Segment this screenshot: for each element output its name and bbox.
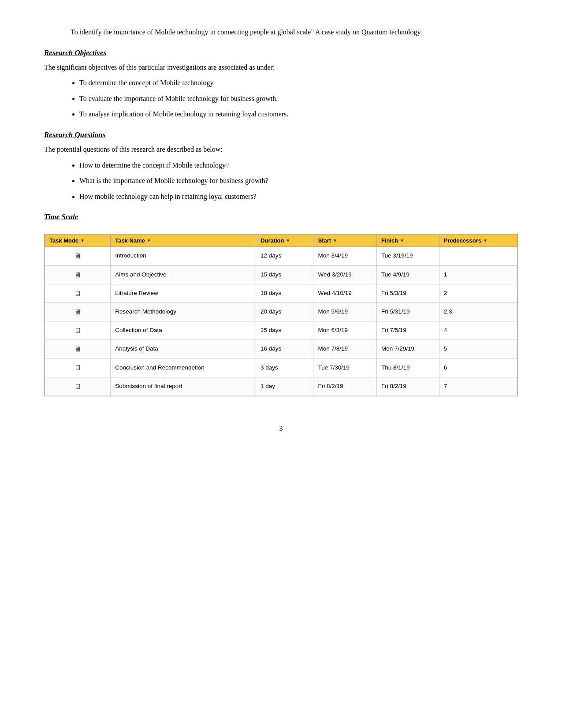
table-row: 🖥Conclusion and Recommendetion3 daysTue … (45, 358, 517, 377)
cell-duration: 15 days (256, 265, 313, 284)
col-header-task-mode[interactable]: Task Mode ▼ (45, 235, 111, 247)
cell-task-name: Collection of Data (111, 321, 256, 340)
cell-predecessors (439, 247, 517, 265)
cell-task-name: Conclusion and Recommendetion (111, 358, 256, 377)
col-duration-label: Duration (261, 237, 284, 244)
cell-task-name: Litrature Review (111, 284, 256, 302)
cell-task-mode: 🖥 (45, 265, 111, 284)
task-mode-icon: 🖥 (74, 271, 81, 279)
time-scale-table-wrapper: Task Mode ▼ Task Name ▼ Duration ▼ (44, 234, 518, 396)
cell-finish: Fri 8/2/19 (376, 377, 439, 396)
table-row: 🖥Introduction12 daysMon 3/4/19Tue 3/19/1… (45, 247, 517, 265)
cell-task-mode: 🖥 (45, 358, 111, 377)
col-finish-label: Finish (381, 237, 398, 244)
col-predecessors-label: Predecessors (444, 237, 481, 244)
col-header-predecessors[interactable]: Predecessors ▼ (439, 235, 517, 247)
time-scale-table: Task Mode ▼ Task Name ▼ Duration ▼ (45, 234, 517, 396)
time-scale-heading: Time Scale (44, 213, 518, 221)
intro-paragraph: To identify the importance of Mobile tec… (44, 26, 518, 38)
cell-finish: Tue 3/19/19 (376, 247, 439, 265)
task-mode-icon: 🖥 (74, 327, 81, 334)
cell-task-name: Submission of final report (111, 377, 256, 396)
cell-predecessors: 2 (439, 284, 517, 302)
cell-start: Mon 6/3/19 (313, 321, 377, 340)
research-questions-description: The potential questions of this research… (44, 144, 518, 155)
table-row: 🖥Aims and Objective15 daysWed 3/20/19Tue… (45, 265, 517, 284)
cell-task-name: Aims and Objective (111, 265, 256, 284)
col-header-duration[interactable]: Duration ▼ (256, 235, 313, 247)
cell-duration: 25 days (256, 321, 313, 340)
col-start-dropdown-icon[interactable]: ▼ (333, 238, 337, 243)
cell-start: Wed 4/10/19 (313, 284, 377, 302)
table-row: 🖥Litrature Review18 daysWed 4/10/19Fri 5… (45, 284, 517, 302)
cell-predecessors: 7 (439, 377, 517, 396)
research-objectives-description: The significant objectives of this parti… (44, 62, 518, 73)
cell-task-mode: 🖥 (45, 340, 111, 358)
cell-finish: Fri 5/3/19 (376, 284, 439, 302)
table-row: 🖥Research Methodology20 daysMon 5/6/19Fr… (45, 302, 517, 321)
cell-task-mode: 🖥 (45, 377, 111, 396)
col-header-task-name[interactable]: Task Name ▼ (111, 235, 256, 247)
list-item: How mobile technology can help in retain… (79, 191, 518, 202)
cell-predecessors: 4 (439, 321, 517, 340)
cell-task-name: Introduction (111, 247, 256, 265)
research-objectives-heading: Research Objectives (44, 49, 518, 57)
cell-task-mode: 🖥 (45, 302, 111, 321)
col-duration-dropdown-icon[interactable]: ▼ (286, 238, 290, 243)
cell-predecessors: 6 (439, 358, 517, 377)
list-item: To evaluate the importance of Mobile tec… (79, 93, 518, 105)
table-row: 🖥Collection of Data25 daysMon 6/3/19Fri … (45, 321, 517, 340)
col-task-name-dropdown-icon[interactable]: ▼ (147, 238, 151, 243)
cell-task-mode: 🖥 (45, 247, 111, 265)
cell-start: Wed 3/20/19 (313, 265, 377, 284)
col-finish-dropdown-icon[interactable]: ▼ (400, 238, 404, 243)
list-item: To analyse implication of Mobile technol… (79, 108, 518, 120)
col-task-name-label: Task Name (115, 237, 145, 244)
list-item: What is the importance of Mobile technol… (79, 175, 518, 187)
cell-finish: Tue 4/9/19 (376, 265, 439, 284)
table-row: 🖥Submission of final report1 dayFri 8/2/… (45, 377, 517, 396)
cell-start: Mon 7/8/19 (313, 340, 377, 358)
task-mode-icon: 🖥 (74, 383, 81, 390)
col-task-mode-label: Task Mode (49, 237, 78, 244)
page-number: 3 (44, 425, 518, 433)
research-questions-heading: Research Questions (44, 131, 518, 139)
cell-predecessors: 5 (439, 340, 517, 358)
task-mode-icon: 🖥 (74, 345, 81, 353)
col-start-label: Start (318, 237, 331, 244)
cell-predecessors: 1 (439, 265, 517, 284)
table-row: 🖥Analysis of Data16 daysMon 7/8/19Mon 7/… (45, 340, 517, 358)
col-header-start[interactable]: Start ▼ (313, 235, 377, 247)
cell-task-name: Analysis of Data (111, 340, 256, 358)
cell-start: Fri 8/2/19 (313, 377, 377, 396)
cell-task-mode: 🖥 (45, 321, 111, 340)
col-header-finish[interactable]: Finish ▼ (376, 235, 439, 247)
research-objectives-list: To determine the concept of Mobile techn… (79, 77, 518, 120)
cell-duration: 18 days (256, 284, 313, 302)
task-mode-icon: 🖥 (74, 364, 81, 371)
research-questions-list: How to determine the concept if Mobile t… (79, 160, 518, 202)
cell-task-mode: 🖥 (45, 284, 111, 302)
cell-predecessors: 2,3 (439, 302, 517, 321)
task-mode-icon: 🖥 (74, 290, 81, 297)
cell-finish: Fri 7/5/19 (376, 321, 439, 340)
cell-duration: 12 days (256, 247, 313, 265)
col-task-mode-dropdown-icon[interactable]: ▼ (80, 238, 85, 243)
cell-finish: Thu 8/1/19 (376, 358, 439, 377)
cell-duration: 1 day (256, 377, 313, 396)
cell-duration: 16 days (256, 340, 313, 358)
task-mode-icon: 🖥 (74, 252, 81, 260)
col-predecessors-dropdown-icon[interactable]: ▼ (483, 238, 488, 243)
cell-duration: 3 days (256, 358, 313, 377)
cell-task-name: Research Methodology (111, 302, 256, 321)
cell-duration: 20 days (256, 302, 313, 321)
cell-start: Mon 3/4/19 (313, 247, 377, 265)
list-item: To determine the concept of Mobile techn… (79, 77, 518, 89)
cell-start: Tue 7/30/19 (313, 358, 377, 377)
cell-finish: Fri 5/31/19 (376, 302, 439, 321)
task-mode-icon: 🖥 (74, 308, 81, 316)
list-item: How to determine the concept if Mobile t… (79, 160, 518, 171)
cell-finish: Mon 7/29/19 (376, 340, 439, 358)
cell-start: Mon 5/6/19 (313, 302, 377, 321)
